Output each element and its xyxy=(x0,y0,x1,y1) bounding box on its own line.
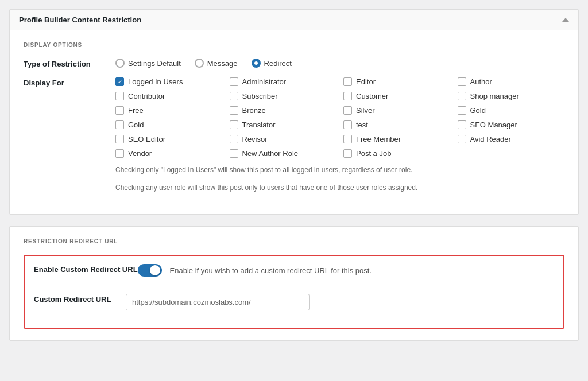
redirect-panel-body: RESTRICTION REDIRECT URL Enable Custom R… xyxy=(10,227,578,340)
role-contributor-label: Contributor xyxy=(128,92,165,100)
redirect-section-label: RESTRICTION REDIRECT URL xyxy=(24,238,564,244)
highlight-section: Enable Custom Redirect URL Enable if you… xyxy=(24,255,564,329)
collapse-icon[interactable] xyxy=(562,18,569,22)
checkbox-customer xyxy=(343,92,352,100)
role-gold-label: Gold xyxy=(470,106,486,115)
role-customer-label: Customer xyxy=(356,92,388,100)
role-seo-manager[interactable]: SEO Manager xyxy=(458,120,565,129)
checkbox-free xyxy=(115,106,124,115)
panel-header: Profile Builder Content Restriction xyxy=(10,10,578,30)
role-subscriber-label: Subscriber xyxy=(242,92,278,100)
restriction-type-row: Type of Restriction Settings Default Mes… xyxy=(24,59,564,68)
custom-url-label: Custom Redirect URL xyxy=(34,294,126,304)
display-for-control: Logged In Users Administrator Editor Aut… xyxy=(115,77,564,193)
role-translator-label: Translator xyxy=(242,120,276,129)
custom-url-row: Custom Redirect URL xyxy=(34,294,554,310)
role-logged-in-users-label: Logged In Users xyxy=(128,77,183,86)
checkbox-post-a-job xyxy=(343,149,352,158)
checkbox-translator xyxy=(230,120,238,129)
checkbox-author xyxy=(458,77,466,86)
role-vendor[interactable]: Vendor xyxy=(115,149,223,158)
radio-message-circle xyxy=(195,59,204,68)
role-revisor-label: Revisor xyxy=(242,135,268,143)
radio-redirect-circle xyxy=(252,59,261,68)
panel-title: Profile Builder Content Restriction xyxy=(19,15,141,24)
role-avid-reader-label: Avid Reader xyxy=(470,135,511,143)
display-options-label: DISPLAY OPTIONS xyxy=(24,42,564,48)
checkbox-revisor xyxy=(230,135,238,143)
checkbox-seo-editor xyxy=(115,135,124,143)
role-silver-label: Silver xyxy=(356,106,375,115)
checkbox-gold-2 xyxy=(115,120,124,129)
role-post-a-job-label: Post a Job xyxy=(356,149,391,158)
role-author[interactable]: Author xyxy=(458,77,565,86)
role-gold[interactable]: Gold xyxy=(458,106,565,115)
role-free[interactable]: Free xyxy=(115,106,223,115)
role-editor[interactable]: Editor xyxy=(343,77,451,86)
role-gold-2-label: Gold xyxy=(128,120,144,129)
checkbox-editor xyxy=(343,77,352,86)
role-free-member[interactable]: Free Member xyxy=(343,135,451,143)
role-editor-label: Editor xyxy=(356,77,376,86)
checkbox-new-author-role xyxy=(230,149,238,158)
checkbox-avid-reader xyxy=(458,135,466,143)
enable-redirect-control: Enable if you wish to add a custom redir… xyxy=(138,264,554,277)
role-administrator-label: Administrator xyxy=(242,77,287,86)
role-test-label: test xyxy=(356,120,368,129)
checkbox-seo-manager xyxy=(458,120,466,129)
checkbox-free-member xyxy=(343,135,352,143)
role-shop-manager[interactable]: Shop manager xyxy=(458,92,565,100)
role-customer[interactable]: Customer xyxy=(343,92,451,100)
custom-url-control xyxy=(126,294,554,310)
hint-text-2: Checking any user role will show this po… xyxy=(115,182,564,193)
role-seo-editor[interactable]: SEO Editor xyxy=(115,135,223,143)
checkbox-vendor xyxy=(115,149,124,158)
radio-message-label: Message xyxy=(207,59,238,68)
role-new-author-role-label: New Author Role xyxy=(242,149,299,158)
roles-grid: Logged In Users Administrator Editor Aut… xyxy=(115,77,564,158)
restriction-type-label: Type of Restriction xyxy=(24,59,115,68)
radio-redirect[interactable]: Redirect xyxy=(252,59,292,68)
radio-message[interactable]: Message xyxy=(195,59,238,68)
radio-redirect-label: Redirect xyxy=(264,59,292,68)
enable-redirect-label: Enable Custom Redirect URL xyxy=(34,264,138,274)
role-gold-2[interactable]: Gold xyxy=(115,120,223,129)
role-seo-manager-label: SEO Manager xyxy=(470,120,517,129)
role-subscriber[interactable]: Subscriber xyxy=(230,92,337,100)
role-post-a-job[interactable]: Post a Job xyxy=(343,149,451,158)
role-seo-editor-label: SEO Editor xyxy=(128,135,165,143)
role-vendor-label: Vendor xyxy=(128,149,152,158)
role-revisor[interactable]: Revisor xyxy=(230,135,337,143)
role-new-author-role[interactable]: New Author Role xyxy=(230,149,337,158)
toggle-thumb xyxy=(150,265,160,275)
toggle-description: Enable if you wish to add a custom redir… xyxy=(170,266,372,275)
role-translator[interactable]: Translator xyxy=(230,120,337,129)
role-logged-in-users[interactable]: Logged In Users xyxy=(115,77,223,86)
checkbox-shop-manager xyxy=(458,92,466,100)
role-bronze[interactable]: Bronze xyxy=(230,106,337,115)
role-test[interactable]: test xyxy=(343,120,451,129)
toggle-switch[interactable] xyxy=(138,264,162,277)
role-silver[interactable]: Silver xyxy=(343,106,451,115)
radio-settings-default[interactable]: Settings Default xyxy=(115,59,181,68)
checkbox-logged-in-users xyxy=(115,77,124,86)
checkbox-gold xyxy=(458,106,466,115)
enable-redirect-row: Enable Custom Redirect URL Enable if you… xyxy=(34,264,554,285)
radio-settings-default-label: Settings Default xyxy=(128,59,181,68)
role-shop-manager-label: Shop manager xyxy=(470,92,519,100)
hint-text-1: Checking only "Logged In Users" will sho… xyxy=(115,165,564,176)
role-administrator[interactable]: Administrator xyxy=(230,77,337,86)
toggle-track xyxy=(138,264,162,277)
custom-url-input[interactable] xyxy=(126,294,310,310)
redirect-url-panel: RESTRICTION REDIRECT URL Enable Custom R… xyxy=(9,226,579,341)
display-for-row: Display For Logged In Users Administrato… xyxy=(24,77,564,193)
checkbox-administrator xyxy=(230,77,238,86)
checkbox-silver xyxy=(343,106,352,115)
checkbox-contributor xyxy=(115,92,124,100)
panel-body: DISPLAY OPTIONS Type of Restriction Sett… xyxy=(10,30,578,214)
role-avid-reader[interactable]: Avid Reader xyxy=(458,135,565,143)
radio-group: Settings Default Message Redirect xyxy=(115,59,564,68)
radio-settings-default-circle xyxy=(115,59,125,68)
role-contributor[interactable]: Contributor xyxy=(115,92,223,100)
checkbox-test xyxy=(343,120,352,129)
